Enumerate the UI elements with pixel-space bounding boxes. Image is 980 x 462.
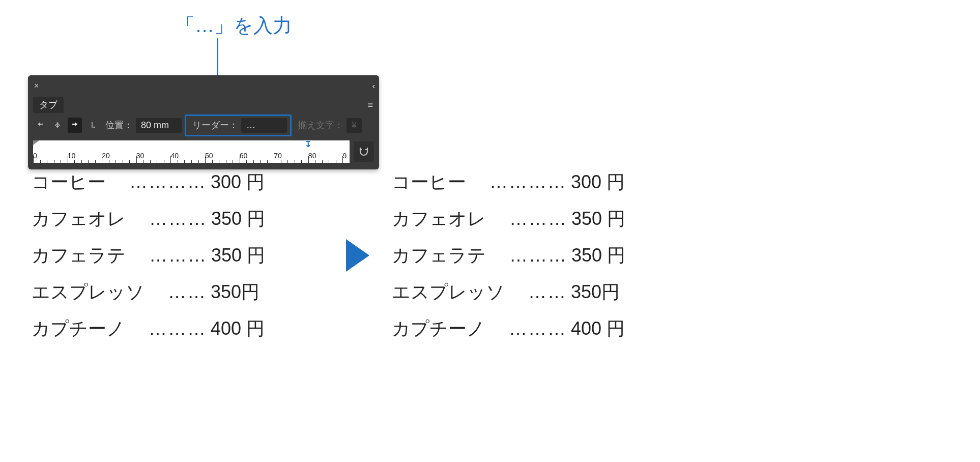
- tabs-controls-row: 位置： 80 mm リーダー： … 揃え文字： ¥: [28, 113, 379, 137]
- menu-item-leader: ………: [130, 246, 207, 265]
- menu-item-name: コーヒー: [392, 173, 466, 191]
- tab-align-center-icon[interactable]: [50, 118, 65, 133]
- menu-item: カフェオレ ……… 350 円: [32, 210, 327, 228]
- align-char-label: 揃え文字：: [298, 119, 343, 131]
- menu-item-price: 350円: [571, 283, 620, 301]
- close-icon[interactable]: ×: [32, 79, 41, 93]
- menu-item: カプチーノ ……… 400 円: [32, 320, 327, 338]
- menu-item-leader: …………: [470, 173, 567, 191]
- collapse-icon[interactable]: ‹‹: [372, 82, 373, 90]
- snap-magnet-icon[interactable]: [354, 141, 374, 162]
- menu-item-leader: …………: [110, 173, 207, 191]
- tab-ruler[interactable]: ↧ 010203040506070809: [33, 140, 350, 163]
- svg-point-0: [94, 127, 95, 128]
- position-label: 位置：: [105, 119, 133, 131]
- ruler-row: ↧ 010203040506070809: [28, 137, 379, 166]
- menu-list-after: コーヒー ………… 300 円カフェオレ ……… 350 円カフェラテ ……… …: [392, 173, 687, 356]
- menu-item: カフェオレ ……… 350 円: [392, 210, 687, 228]
- tabs-panel: × ‹‹ タブ ≡ 位置： 80 mm リーダー： … 揃え文字： ¥ ↧ 01: [28, 75, 379, 169]
- tab-align-decimal-icon[interactable]: [85, 118, 99, 133]
- position-input[interactable]: 80 mm: [136, 118, 182, 133]
- menu-item: コーヒー ………… 300 円: [32, 173, 327, 191]
- menu-item-name: カフェラテ: [392, 246, 486, 265]
- panel-tabbar: タブ ≡: [28, 97, 379, 113]
- menu-item-price: 300 円: [211, 173, 265, 191]
- menu-item: コーヒー ………… 300 円: [392, 173, 687, 191]
- menu-item-price: 350円: [211, 283, 260, 301]
- menu-item-name: コーヒー: [32, 173, 106, 191]
- first-line-indent-icon[interactable]: [33, 140, 39, 145]
- tab-align-left-icon[interactable]: [33, 118, 47, 133]
- menu-item-leader: ……: [149, 283, 207, 301]
- ruler-tick-label: 20: [102, 152, 110, 160]
- menu-item-price: 400 円: [571, 320, 625, 338]
- menu-item-leader: ……: [509, 283, 567, 301]
- ruler-tick-label: 0: [33, 152, 37, 160]
- panel-menu-icon[interactable]: ≡: [367, 100, 373, 110]
- menu-item-leader: ………: [489, 320, 567, 338]
- leader-label: リーダー：: [192, 119, 238, 131]
- transition-arrow-icon: [346, 239, 369, 272]
- leader-input[interactable]: …: [241, 118, 287, 133]
- menu-item-price: 350 円: [211, 210, 265, 228]
- menu-item-name: エスプレッソ: [392, 283, 505, 301]
- ruler-tick-label: 30: [136, 152, 145, 160]
- annotation-text: 「…」を入力: [176, 13, 292, 39]
- menu-item-price: 350 円: [211, 246, 265, 265]
- menu-item-name: カプチーノ: [32, 320, 125, 338]
- menu-item: カプチーノ ……… 400 円: [392, 320, 687, 338]
- ruler-tick-label: 50: [205, 152, 213, 160]
- menu-item-leader: ………: [490, 210, 567, 228]
- menu-item: エスプレッソ …… 350円: [32, 283, 327, 301]
- align-char-input[interactable]: ¥: [347, 118, 362, 133]
- menu-item: カフェラテ ……… 350 円: [32, 246, 327, 265]
- menu-item-name: カフェオレ: [392, 210, 486, 228]
- menu-item-leader: ………: [130, 210, 207, 228]
- panel-tab-title[interactable]: タブ: [33, 97, 64, 113]
- menu-item-price: 350 円: [571, 210, 625, 228]
- ruler-tick-label: 40: [170, 152, 179, 160]
- menu-list-before: コーヒー ………… 300 円カフェオレ ……… 350 円カフェラテ ……… …: [32, 173, 327, 356]
- tab-align-right-icon[interactable]: [68, 118, 82, 133]
- ruler-tick-label: 70: [274, 152, 282, 160]
- menu-item-name: カフェラテ: [32, 246, 126, 265]
- menu-item-name: カフェオレ: [32, 210, 126, 228]
- menu-item-price: 350 円: [571, 246, 625, 265]
- menu-item-leader: ………: [129, 320, 207, 338]
- ruler-tick-label: 9: [342, 152, 347, 160]
- leader-group-highlight: リーダー： …: [185, 114, 292, 136]
- ruler-ticks: 010203040506070809: [33, 146, 350, 163]
- menu-item-name: エスプレッソ: [32, 283, 145, 301]
- menu-item-price: 400 円: [211, 320, 265, 338]
- menu-item-price: 300 円: [571, 173, 625, 191]
- panel-header: × ‹‹: [28, 75, 379, 97]
- menu-item-leader: ………: [490, 246, 567, 265]
- ruler-tick-label: 80: [308, 152, 316, 160]
- menu-item-name: カプチーノ: [392, 320, 485, 338]
- ruler-tick-label: 60: [240, 152, 248, 160]
- ruler-tick-label: 10: [68, 152, 76, 160]
- menu-item: カフェラテ ……… 350 円: [392, 246, 687, 265]
- menu-item: エスプレッソ …… 350円: [392, 283, 687, 301]
